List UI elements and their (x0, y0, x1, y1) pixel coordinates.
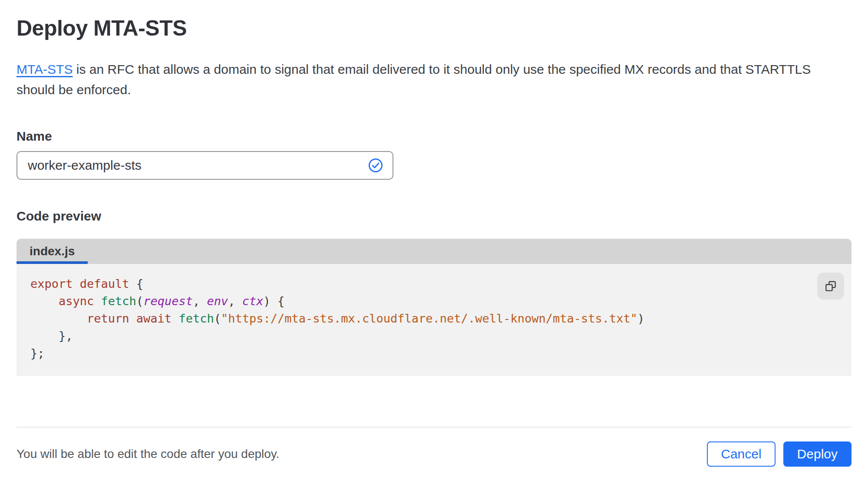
name-input-wrap (17, 151, 393, 180)
name-field: Name (17, 128, 851, 180)
code-line: }; (30, 345, 851, 362)
intro-text: is an RFC that allows a domain to signal… (17, 62, 811, 97)
name-label: Name (17, 128, 851, 144)
tab-label: index.js (30, 244, 75, 258)
code-line: }, (30, 327, 851, 345)
footer-note: You will be able to edit the code after … (17, 447, 280, 461)
deploy-mta-sts-page: Deploy MTA-STS MTA-STS is an RFC that al… (0, 16, 868, 494)
mta-sts-link[interactable]: MTA-STS (17, 62, 73, 76)
code-area: export default { async fetch(request, en… (17, 264, 851, 376)
cancel-button[interactable]: Cancel (707, 441, 775, 467)
check-circle-icon (367, 157, 384, 174)
code-tab-bar: index.js (17, 239, 851, 264)
footer: You will be able to edit the code after … (17, 428, 851, 467)
deploy-button[interactable]: Deploy (783, 441, 851, 467)
copy-code-button[interactable] (817, 273, 844, 300)
code-preview-heading: Code preview (17, 208, 851, 224)
footer-actions: Cancel Deploy (707, 441, 851, 467)
name-input[interactable] (17, 151, 393, 180)
code-preview-section: Code preview index.js export default { a… (17, 208, 851, 376)
code-line: export default { (30, 275, 851, 293)
copy-icon (823, 279, 838, 293)
code-preview-block: index.js export default { async fetch(re… (17, 239, 851, 376)
page-title: Deploy MTA-STS (17, 16, 851, 41)
intro-paragraph: MTA-STS is an RFC that allows a domain t… (17, 59, 846, 100)
code-line: async fetch(request, env, ctx) { (30, 293, 851, 310)
code-line: return await fetch("https://mta-sts.mx.c… (30, 310, 851, 327)
code-content: export default { async fetch(request, en… (17, 275, 851, 362)
tab-index-js[interactable]: index.js (17, 239, 88, 264)
